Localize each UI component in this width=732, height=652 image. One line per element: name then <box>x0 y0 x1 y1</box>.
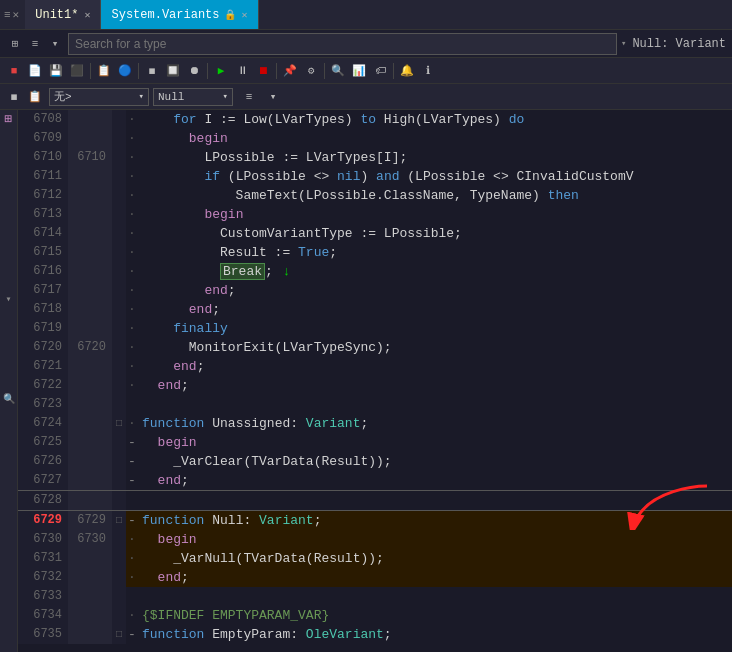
code-content-6721[interactable]: end; <box>138 357 732 376</box>
tb-sep-4 <box>276 63 277 79</box>
tb-sep-6 <box>393 63 394 79</box>
code-content-6711[interactable]: if (LPossible <> nil) and (LPossible <> … <box>138 167 732 186</box>
code-content-6716[interactable]: Break; ↓ <box>138 262 732 281</box>
tb-icon-15[interactable]: 🔔 <box>397 61 417 81</box>
tb-icon-12[interactable]: 🔍 <box>328 61 348 81</box>
fold-6724[interactable]: □ <box>112 414 126 433</box>
code-content-6719[interactable]: finally <box>138 319 732 338</box>
arrow-down-icon[interactable]: ▾ <box>46 35 64 53</box>
exec-6713 <box>68 205 112 224</box>
tb-icon-7[interactable]: ◼ <box>142 61 162 81</box>
dropdown-chevron[interactable]: ▾ <box>621 38 626 49</box>
tab-menu-icon[interactable]: ≡ <box>4 9 11 21</box>
code-content-6734[interactable]: {$IFNDEF EMPTYPARAM_VAR} <box>138 606 732 625</box>
dash-6729: - <box>126 511 138 530</box>
exec-6721 <box>68 357 112 376</box>
dash-6710: · <box>126 148 138 167</box>
fold-6720 <box>112 338 126 357</box>
null-dropdown-chevron: ▾ <box>223 91 228 102</box>
tb-icon-14[interactable]: 🏷 <box>370 61 390 81</box>
fold-6733 <box>112 587 126 606</box>
list-icon[interactable]: ≡ <box>26 35 44 53</box>
code-content-6724[interactable]: function Unassigned: Variant; <box>138 414 732 433</box>
tb-run-icon[interactable]: ▶ <box>211 61 231 81</box>
tb-stop-icon[interactable]: ⏹ <box>253 61 273 81</box>
tb2-icon-3[interactable]: ≡ <box>239 87 259 107</box>
null-variant-dropdown[interactable]: Null: Variant <box>632 37 726 51</box>
left-strip-icon-1[interactable]: ⊞ <box>2 112 16 126</box>
tb-icon-13[interactable]: 📊 <box>349 61 369 81</box>
fold-6710 <box>112 148 126 167</box>
grid-icon[interactable]: ⊞ <box>6 35 24 53</box>
dash-6711: · <box>126 167 138 186</box>
code-line-6722: 6722 · end; <box>18 376 732 395</box>
code-content-6718[interactable]: end; <box>138 300 732 319</box>
code-content-6732[interactable]: end; <box>138 568 732 587</box>
dash-6708: · <box>126 110 138 129</box>
code-content-6735[interactable]: function EmptyParam: OleVariant; <box>138 625 732 644</box>
gutter-6713: 6713 <box>18 205 68 224</box>
search-input[interactable] <box>68 33 617 55</box>
tb-icon-10[interactable]: 📌 <box>280 61 300 81</box>
code-content-6709[interactable]: begin <box>138 129 732 148</box>
lock-icon: 🔒 <box>224 9 236 21</box>
code-content-6710[interactable]: LPossible := LVarTypes[I]; <box>138 148 732 167</box>
code-content-6726[interactable]: _VarClear(TVarData(Result)); <box>138 452 732 471</box>
code-content-6712[interactable]: SameText(LPossible.ClassName, TypeName) … <box>138 186 732 205</box>
tab-unit1[interactable]: Unit1* ✕ <box>25 0 101 29</box>
tab-system-variants[interactable]: System.Variants 🔒 ✕ <box>101 0 258 29</box>
tab-system-variants-close[interactable]: ✕ <box>242 9 248 21</box>
null-dropdown[interactable]: Null ▾ <box>153 88 233 106</box>
tb2-icon-2[interactable]: 📋 <box>25 87 45 107</box>
code-content-6717[interactable]: end; <box>138 281 732 300</box>
gutter-6711: 6711 <box>18 167 68 186</box>
code-content-6723[interactable] <box>138 395 732 414</box>
fold-6716 <box>112 262 126 281</box>
code-content-6728[interactable] <box>138 491 732 510</box>
tb-icon-3[interactable]: 💾 <box>46 61 66 81</box>
tb-icon-1[interactable]: ■ <box>4 61 24 81</box>
tb-icon-16[interactable]: ℹ <box>418 61 438 81</box>
main-area: ⊞ ▾ 🔍 6708 · for I := Low(LVarTypes) to … <box>0 110 732 652</box>
fold-6729[interactable]: □ <box>112 511 126 530</box>
dash-6722: · <box>126 376 138 395</box>
search-bar: ⊞ ≡ ▾ ▾ Null: Variant <box>0 30 732 58</box>
code-content-6727[interactable]: end; <box>138 471 732 490</box>
tb-icon-6[interactable]: 🔵 <box>115 61 135 81</box>
exec-6715 <box>68 243 112 262</box>
tb-icon-11[interactable]: ⚙ <box>301 61 321 81</box>
code-line-6731: 6731 · _VarNull(TVarData(Result)); <box>18 549 732 568</box>
tb-icon-4[interactable]: ⬛ <box>67 61 87 81</box>
code-content-6730[interactable]: begin <box>138 530 732 549</box>
tb2-icon-4[interactable]: ▾ <box>263 87 283 107</box>
tab-unit1-close[interactable]: ✕ <box>84 9 90 21</box>
left-strip-icon-2[interactable]: ▾ <box>2 292 16 306</box>
dash-6730: · <box>126 530 138 549</box>
code-content-6715[interactable]: Result := True; <box>138 243 732 262</box>
fold-6732 <box>112 568 126 587</box>
code-content-6725[interactable]: begin <box>138 433 732 452</box>
dash-6726: - <box>126 452 138 471</box>
gutter-6733: 6733 <box>18 587 68 606</box>
code-content-6731[interactable]: _VarNull(TVarData(Result)); <box>138 549 732 568</box>
code-content-6722[interactable]: end; <box>138 376 732 395</box>
left-strip-icon-3[interactable]: 🔍 <box>2 392 16 406</box>
gutter-6728: 6728 <box>18 491 68 510</box>
tb-icon-5[interactable]: 📋 <box>94 61 114 81</box>
dash-6718: · <box>126 300 138 319</box>
tb-icon-2[interactable]: 📄 <box>25 61 45 81</box>
scope-dropdown[interactable]: 无> ▾ <box>49 88 149 106</box>
code-content-6733[interactable] <box>138 587 732 606</box>
code-content-6708[interactable]: for I := Low(LVarTypes) to High(LVarType… <box>138 110 732 129</box>
fold-6735[interactable]: □ <box>112 625 126 644</box>
code-content-6720[interactable]: MonitorExit(LVarTypeSync); <box>138 338 732 357</box>
tb-pause-icon[interactable]: ⏸ <box>232 61 252 81</box>
tb-icon-9[interactable]: ⏺ <box>184 61 204 81</box>
tb2-icon-1[interactable]: ◼ <box>4 87 24 107</box>
tab-pin-icon[interactable]: ✕ <box>13 8 20 21</box>
tb-icon-8[interactable]: 🔲 <box>163 61 183 81</box>
code-content-6729[interactable]: function Null: Variant; <box>138 511 732 530</box>
code-content-6714[interactable]: CustomVariantType := LPossible; <box>138 224 732 243</box>
code-line-6732: 6732 · end; <box>18 568 732 587</box>
code-content-6713[interactable]: begin <box>138 205 732 224</box>
